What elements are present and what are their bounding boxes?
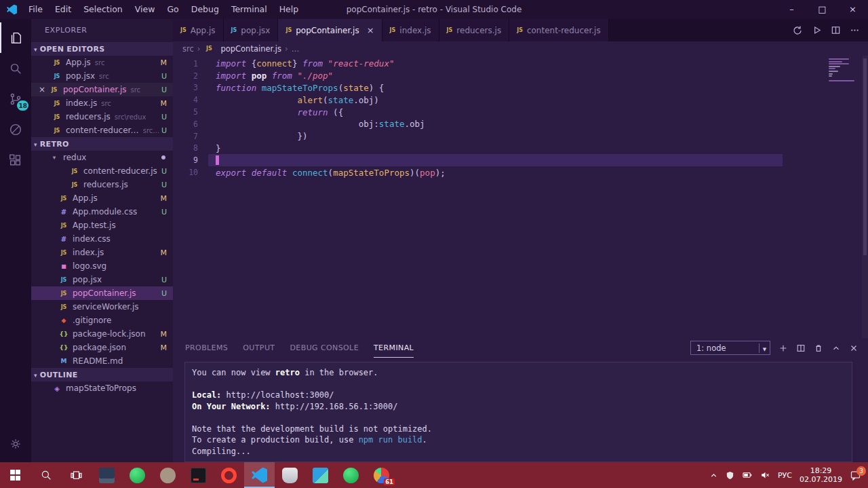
run-icon[interactable] (812, 25, 822, 35)
code-line[interactable]: 10export default connect(mapStateToProps… (173, 166, 868, 179)
menu-selection[interactable]: Selection (77, 0, 129, 19)
taskbar-app-8[interactable] (305, 462, 336, 488)
close-panel-icon[interactable] (849, 343, 859, 353)
settings-gear-icon[interactable] (0, 428, 31, 459)
terminal-output[interactable]: You can now view retro in the browser. L… (184, 362, 852, 462)
taskbar-app-5[interactable] (214, 462, 244, 488)
menu-edit[interactable]: Edit (49, 0, 77, 19)
code-line[interactable]: 8} (173, 143, 868, 155)
menu-go[interactable]: Go (161, 0, 184, 19)
code-line[interactable]: 6 obj:state.obj (173, 118, 868, 130)
close-editor-icon[interactable]: × (37, 85, 47, 94)
outline-item[interactable]: ◈mapStateToProps (31, 381, 173, 395)
tree-item[interactable]: JSpop.jsxU (31, 273, 173, 286)
extensions-icon[interactable] (0, 145, 31, 175)
code-line[interactable]: 7 }) (173, 130, 868, 143)
tree-item[interactable]: JSApp.test.js (31, 219, 173, 232)
open-editor-item[interactable]: JSreducers.jssrc\reduxU (31, 110, 173, 124)
sync-icon[interactable] (792, 25, 803, 36)
open-editor-item[interactable]: JSApp.jssrcM (31, 56, 173, 69)
breadcrumb-item[interactable]: JSpopContainer.js (203, 44, 281, 54)
tree-item[interactable]: #App.module.cssU (31, 205, 173, 219)
breadcrumb-item[interactable]: … (292, 44, 300, 54)
outline-header[interactable]: OUTLINE (31, 368, 173, 381)
maximize-panel-icon[interactable] (831, 343, 841, 353)
editor-tab[interactable]: JSApp.js (173, 19, 224, 41)
code-line[interactable]: 9 (173, 154, 868, 166)
taskbar-app-9[interactable] (336, 462, 366, 488)
editor-scrollbar[interactable] (862, 56, 868, 338)
code-line[interactable]: 5 return ({ (173, 106, 868, 118)
taskbar-clock[interactable]: 18:29 02.07.2019 (800, 466, 842, 484)
maximize-button[interactable]: □ (807, 0, 837, 19)
menu-debug[interactable]: Debug (185, 0, 225, 19)
tree-item[interactable]: MREADME.md (31, 354, 173, 368)
language-indicator[interactable]: РУС (778, 471, 792, 480)
taskbar-app-2[interactable] (122, 462, 153, 488)
minimize-button[interactable]: – (776, 0, 807, 19)
taskbar-search-icon[interactable] (31, 462, 61, 488)
open-editor-item[interactable]: ×JSpopContainer.jssrcU (31, 83, 173, 96)
panel-tab-output[interactable]: OUTPUT (243, 338, 275, 358)
menu-view[interactable]: View (129, 0, 161, 19)
volume-icon[interactable] (760, 470, 770, 480)
tree-item[interactable]: JSApp.jsM (31, 191, 173, 205)
code-editor[interactable]: 1import {connect} from "react-redux"2imp… (173, 56, 868, 338)
taskbar-app-10[interactable]: 61 (366, 462, 397, 488)
menu-terminal[interactable]: Terminal (225, 0, 273, 19)
code-line[interactable]: 4 alert(state.obj) (173, 94, 868, 106)
tree-item[interactable]: JScontent-reducer.jsU (31, 164, 173, 178)
open-editor-item[interactable]: JSpop.jsxsrcU (31, 69, 173, 83)
folder-section-header[interactable]: RETRO (31, 137, 173, 151)
open-editor-item[interactable]: JScontent-reducer.jssrc\...U (31, 124, 173, 137)
editor-tab[interactable]: JSreducers.js (439, 19, 510, 41)
open-editor-item[interactable]: JSindex.jssrcM (31, 96, 173, 110)
code-line[interactable]: 2import pop from "./pop" (173, 70, 868, 82)
taskbar-app-7[interactable] (275, 462, 305, 488)
action-center-icon[interactable]: 3 (850, 470, 861, 481)
editor-tab[interactable]: JSpopContainer.js× (278, 19, 382, 41)
taskbar-app-1[interactable] (92, 462, 122, 488)
battery-icon[interactable] (742, 470, 753, 480)
terminal-selector[interactable]: 1: node (690, 341, 770, 355)
task-view-icon[interactable] (61, 462, 92, 488)
menu-help[interactable]: Help (273, 0, 305, 19)
source-control-icon[interactable]: 18 (0, 83, 31, 114)
editor-tab[interactable]: JSpop.jsx (224, 19, 279, 41)
tree-item[interactable]: ◆.gitignore (31, 314, 173, 327)
tree-item[interactable]: JSserviceWorker.js (31, 300, 173, 314)
debug-icon[interactable] (0, 114, 31, 145)
breadcrumb-item[interactable]: src (182, 44, 194, 54)
tree-item[interactable]: JSpopContainer.jsU (31, 286, 173, 300)
tree-item[interactable]: JSreducers.jsU (31, 178, 173, 191)
code-line[interactable]: 3function mapStateToProps(state) { (173, 82, 868, 94)
code-line[interactable]: 1import {connect} from "react-redux" (173, 58, 868, 70)
split-terminal-icon[interactable] (796, 343, 806, 353)
split-editor-icon[interactable] (831, 25, 841, 35)
tree-item[interactable]: ▾redux (31, 151, 173, 164)
menu-file[interactable]: File (22, 0, 49, 19)
tree-item[interactable]: {}package.jsonM (31, 341, 173, 354)
minimap[interactable] (829, 58, 859, 83)
tree-item[interactable]: {}package-lock.jsonM (31, 327, 173, 341)
explorer-icon[interactable] (0, 22, 31, 53)
kill-terminal-icon[interactable] (814, 343, 823, 353)
panel-tab-debug-console[interactable]: DEBUG CONSOLE (290, 338, 359, 358)
tree-item[interactable]: #index.css (31, 232, 173, 246)
editor-tab[interactable]: JScontent-reducer.js (509, 19, 609, 41)
panel-tab-terminal[interactable]: TERMINAL (374, 338, 414, 358)
tree-item[interactable]: ■logo.svg (31, 259, 173, 273)
tray-chevron-up-icon[interactable] (709, 471, 718, 480)
editor-tab[interactable]: JSindex.js (382, 19, 439, 41)
taskbar-app-4[interactable] (183, 462, 214, 488)
start-button[interactable] (0, 462, 31, 488)
more-actions-icon[interactable] (850, 25, 860, 35)
open-editors-header[interactable]: OPEN EDITORS (31, 42, 173, 56)
close-button[interactable]: × (837, 0, 868, 19)
panel-tab-problems[interactable]: PROBLEMS (185, 338, 228, 358)
taskbar-app-3[interactable] (153, 462, 183, 488)
close-tab-icon[interactable]: × (367, 25, 374, 35)
search-icon[interactable] (0, 53, 31, 83)
new-terminal-icon[interactable] (778, 343, 788, 353)
taskbar-app-6[interactable] (244, 462, 275, 488)
